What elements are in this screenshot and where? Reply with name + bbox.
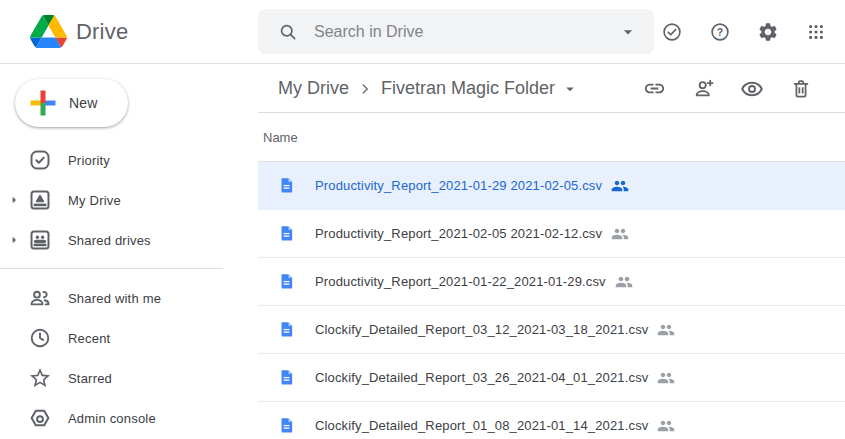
sidebar-divider [0,268,223,269]
selection-toolbar [642,77,813,101]
sidebar-item-recent[interactable]: Recent [0,318,258,358]
preview-eye-icon[interactable] [740,77,764,101]
sidebar-item-priority[interactable]: Priority [0,140,258,180]
csv-file-icon [278,273,295,290]
search-bar[interactable] [258,9,654,54]
delete-trash-icon[interactable] [789,77,813,101]
expand-arrow-icon[interactable] [0,192,28,208]
shared-people-icon [611,177,629,195]
shared-people-icon [611,225,629,243]
my-drive-icon [28,188,52,212]
drive-logo-icon [30,15,67,48]
shared-people-icon [657,369,675,387]
help-icon[interactable]: ? [708,20,732,44]
csv-file-icon [278,369,295,386]
expand-arrow-icon[interactable] [0,232,28,248]
folder-menu-caret-icon[interactable] [561,80,579,98]
settings-icon[interactable] [756,20,780,44]
file-row[interactable]: Productivity_Report_2021-02-05 2021-02-1… [258,210,845,258]
csv-file-icon [278,417,295,434]
sidebar-item-starred[interactable]: Starred [0,358,258,398]
shared-with-me-icon [28,286,52,310]
recent-icon [28,326,52,350]
multicolor-plus-icon [28,88,58,118]
search-input[interactable] [314,23,618,41]
starred-icon [28,366,52,390]
file-name: Clockify_Detailed_Report_03_12_2021-03_1… [315,322,648,337]
file-list: Productivity_Report_2021-01-29 2021-02-0… [258,162,845,439]
file-name: Productivity_Report_2021-01-29 2021-02-0… [315,178,602,193]
breadcrumb-current-folder[interactable]: Fivetran Magic Folder [381,78,579,99]
sidebar-item-admin-console[interactable]: Admin console [0,398,258,438]
file-name: Clockify_Detailed_Report_01_08_2021-01_1… [315,418,648,433]
file-row[interactable]: Productivity_Report_2021-01-29 2021-02-0… [258,162,845,210]
name-column-header[interactable]: Name [258,113,845,162]
file-row[interactable]: Clockify_Detailed_Report_03_26_2021-04_0… [258,354,845,402]
file-name: Productivity_Report_2021-01-22_2021-01-2… [315,274,606,289]
file-name: Productivity_Report_2021-02-05 2021-02-1… [315,226,602,241]
shared-drives-icon [28,228,52,252]
search-options-caret-icon[interactable] [618,22,638,42]
search-icon [278,22,298,42]
sidebar-item-my-drive[interactable]: My Drive [0,180,258,220]
svg-text:?: ? [717,25,723,37]
google-drive-window: Drive ? [0,0,845,439]
file-row[interactable]: Clockify_Detailed_Report_01_08_2021-01_1… [258,402,845,439]
new-button-label: New [69,95,98,111]
csv-file-icon [278,177,295,194]
shared-people-icon [657,417,675,435]
topbar-actions: ? [660,20,845,44]
name-header-label: Name [263,130,298,145]
drive-logo-block[interactable]: Drive [0,15,258,48]
csv-file-icon [278,225,295,242]
sidebar: New Priority My Drive [0,65,258,439]
sidebar-item-shared-drives[interactable]: Shared drives [0,220,258,260]
chevron-right-icon [356,80,374,98]
share-person-add-icon[interactable] [691,77,715,101]
sidebar-item-label: Admin console [68,411,156,426]
sidebar-item-label: Recent [68,331,110,346]
offline-status-icon[interactable] [660,20,684,44]
sidebar-item-label: Shared drives [68,233,151,248]
get-link-icon[interactable] [642,77,666,101]
app-name: Drive [76,19,128,45]
sidebar-item-shared-with-me[interactable]: Shared with me [0,278,258,318]
shared-people-icon [657,321,675,339]
file-row[interactable]: Clockify_Detailed_Report_03_12_2021-03_1… [258,306,845,354]
breadcrumb-bar: My Drive Fivetran Magic Folder [258,65,845,113]
shared-people-icon [615,273,633,291]
csv-file-icon [278,321,295,338]
sidebar-item-label: Priority [68,153,110,168]
sidebar-item-label: Starred [68,371,112,386]
breadcrumb: My Drive Fivetran Magic Folder [278,78,579,99]
sidebar-item-label: My Drive [68,193,121,208]
priority-icon [28,148,52,172]
sidebar-item-label: Shared with me [68,291,161,306]
file-list-panel: My Drive Fivetran Magic Folder [258,65,845,439]
admin-console-icon [28,406,52,430]
file-row[interactable]: Productivity_Report_2021-01-22_2021-01-2… [258,258,845,306]
current-folder-label: Fivetran Magic Folder [381,78,555,99]
new-button[interactable]: New [15,79,128,127]
file-name: Clockify_Detailed_Report_03_26_2021-04_0… [315,370,648,385]
breadcrumb-parent[interactable]: My Drive [278,78,349,99]
apps-grid-icon[interactable] [804,20,828,44]
top-bar: Drive ? [0,0,845,64]
sidebar-nav: Priority My Drive [0,140,258,438]
